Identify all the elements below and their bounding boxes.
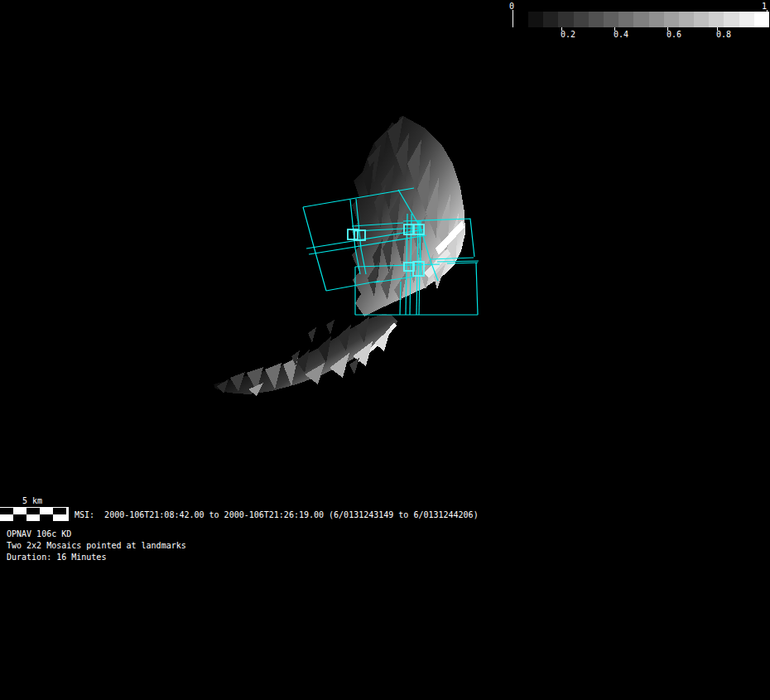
colorbar-step [724, 12, 739, 27]
scalebar-cell [26, 508, 40, 514]
colorbar-step [589, 12, 604, 27]
mosaic-description: Two 2x2 Mosaics pointed at landmarks [7, 540, 186, 551]
colorbar-step [543, 12, 558, 27]
scalebar-cell [13, 508, 26, 514]
asteroid-facet [326, 320, 334, 335]
asteroid-facet [308, 327, 316, 343]
opnav-title: OPNAV 106c KD [7, 529, 71, 539]
visualization-canvas: 0 1 0.20.40.60.8 5 km MSI: 2000-106T21:0… [0, 0, 770, 700]
colorbar-step [574, 12, 589, 27]
colorbar-step [558, 12, 573, 27]
colorbar-step [754, 12, 769, 27]
colorbar-step [739, 12, 754, 27]
colorbar-tick-label: 0.4 [614, 29, 628, 40]
colorbar-step [618, 12, 633, 27]
colorbar-tick-label: 0.2 [561, 29, 575, 40]
scalebar-cell [26, 514, 40, 521]
colorbar-step [633, 12, 648, 27]
scalebar-cell [40, 508, 53, 514]
scalebar-cell [53, 508, 66, 514]
colorbar-tick-label: 0.6 [667, 29, 681, 40]
colorbar-step [649, 12, 664, 27]
scalebar-cell [0, 508, 13, 514]
scalebar-cell [40, 514, 53, 521]
duration-label: Duration: 16 Minutes [7, 552, 106, 562]
scalebar-cell [53, 514, 66, 521]
scale-bar [0, 507, 69, 521]
scalebar-right-edge [66, 507, 69, 521]
asteroid-mosaic-scene [0, 0, 770, 700]
colorbar-bar [528, 12, 769, 27]
colorbar-tick-label: 0.8 [716, 29, 731, 40]
scalebar-label: 5 km [22, 495, 42, 506]
asteroid-shape-model [214, 116, 465, 396]
colorbar-step [694, 12, 709, 27]
colorbar-step [664, 12, 679, 27]
colorbar-step [604, 12, 618, 27]
colorbar-min-tickline [513, 10, 513, 27]
msi-time-range: MSI: 2000-106T21:08:42.00 to 2000-106T21… [75, 509, 479, 520]
colorbar-step [679, 12, 694, 27]
scalebar-cell [13, 514, 26, 521]
colorbar-step [528, 12, 543, 27]
asteroid-facet [349, 358, 359, 374]
mosaic-frame-edge [476, 263, 478, 315]
scalebar-cell [0, 514, 13, 521]
colorbar-step [709, 12, 724, 27]
